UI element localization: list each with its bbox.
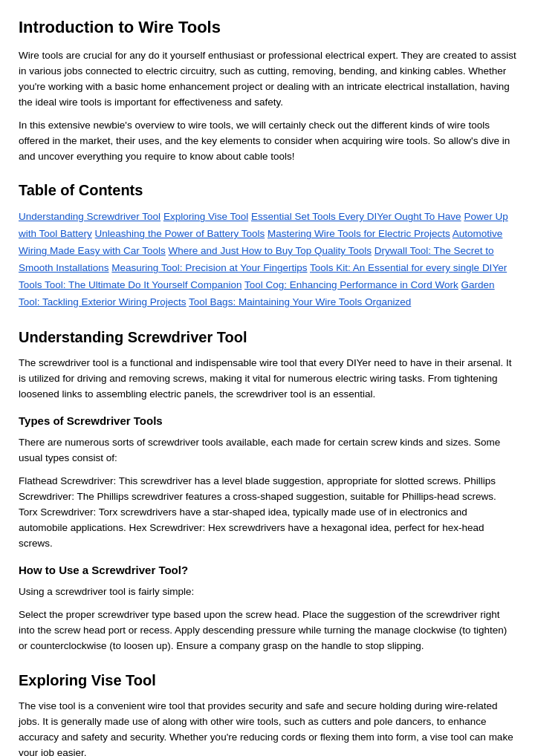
intro-paragraph-2: In this extensive newbie's overview to w… <box>19 118 516 165</box>
screwdriver-intro: The screwdriver tool is a functional and… <box>19 356 516 403</box>
toc-title: Table of Contents <box>19 179 516 201</box>
toc-link-9[interactable]: Measuring Tool: Precision at Your Finger… <box>111 262 307 273</box>
toc-link-2[interactable]: Essential Set Tools Every DIYer Ought To… <box>251 211 461 222</box>
toc-link-12[interactable]: Tool Cog: Enhancing Performance in Cord … <box>244 279 458 290</box>
toc-link-1[interactable]: Exploring Vise Tool <box>163 211 248 222</box>
screwdriver-howto-content: Select the proper screwdriver type based… <box>19 607 516 654</box>
screwdriver-types-intro: There are numerous sorts of screwdriver … <box>19 435 516 466</box>
toc-link-4[interactable]: Unleashing the Power of Battery Tools <box>95 228 265 239</box>
toc-link-0[interactable]: Understanding Screwdriver Tool <box>19 211 160 222</box>
toc-link-14[interactable]: Tool Bags: Maintaining Your Wire Tools O… <box>189 296 411 307</box>
table-of-contents: Understanding Screwdriver Tool Exploring… <box>19 209 516 311</box>
section-title-screwdriver: Understanding Screwdriver Tool <box>19 326 516 348</box>
screwdriver-howto-intro: Using a screwdriver tool is fairly simpl… <box>19 584 516 600</box>
toc-link-10[interactable]: Tools Kit: An Essential for every single… <box>310 262 507 273</box>
toc-link-11[interactable]: Tools Tool: The Ultimate Do It Yourself … <box>19 279 241 290</box>
vise-intro: The vise tool is a convenient wire tool … <box>19 699 516 756</box>
intro-paragraph-1: Wire tools are crucial for any do it you… <box>19 48 516 111</box>
screwdriver-howto-title: How to Use a Screwdriver Tool? <box>19 562 516 579</box>
screwdriver-types-content: Flathead Screwdriver: This screwdriver h… <box>19 474 516 552</box>
toc-link-7[interactable]: Where and Just How to Buy Top Quality To… <box>169 245 372 256</box>
toc-link-5[interactable]: Mastering Wire Tools for Electric Projec… <box>268 228 450 239</box>
screwdriver-types-title: Types of Screwdriver Tools <box>19 413 516 430</box>
section-title-vise: Exploring Vise Tool <box>19 669 516 691</box>
main-title: Introduction to Wire Tools <box>19 15 516 39</box>
